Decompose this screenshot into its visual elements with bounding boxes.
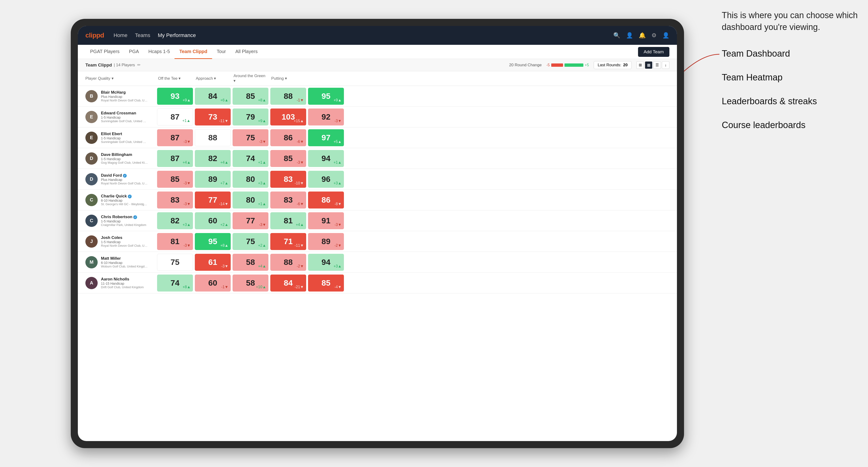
last-rounds-button[interactable]: Last Rounds: 20 bbox=[594, 61, 632, 69]
annotation-item-2: Team Heatmap bbox=[722, 71, 859, 84]
notification-icon[interactable]: 🔔 bbox=[639, 32, 646, 39]
score-value: 97 bbox=[321, 133, 331, 142]
table-row[interactable]: E Edward Crossman 1-5 Handicap Sunningda… bbox=[78, 106, 677, 127]
score-change: -2▼ bbox=[297, 264, 304, 269]
sub-nav-tour[interactable]: Tour bbox=[212, 45, 231, 59]
table-row[interactable]: B Blair McHarg Plus Handicap Royal North… bbox=[78, 86, 677, 106]
list-view-button[interactable]: ☰ bbox=[653, 61, 661, 69]
negative-bar bbox=[551, 63, 563, 67]
score-cell-approach: 80 +3▲ bbox=[232, 171, 269, 188]
table-row[interactable]: M Matt Miller 6-10 Handicap Woburn Golf … bbox=[78, 252, 677, 273]
score-change: +3▲ bbox=[334, 181, 342, 185]
score-cell-putting: 94 +3▲ bbox=[308, 254, 344, 271]
grid-view-button[interactable]: ⊞ bbox=[637, 61, 644, 69]
player-club: Craigmillar Park, United Kingdom bbox=[101, 223, 146, 227]
score-change: -3▼ bbox=[184, 181, 191, 185]
score-change: +3▲ bbox=[258, 181, 266, 185]
score-value: 103 bbox=[282, 112, 295, 121]
table-row[interactable]: C Charlie Quick✓ 6-10 Handicap St. Georg… bbox=[78, 190, 677, 210]
player-handicap: 6-10 Handicap bbox=[101, 261, 148, 264]
nav-bar: clippd Home Teams My Performance 🔍 👤 🔔 ⚙… bbox=[78, 26, 677, 45]
score-change: +6▲ bbox=[220, 98, 228, 102]
sub-nav-pgat[interactable]: PGAT Players bbox=[85, 45, 124, 59]
col-around-green[interactable]: Around the Green ▾ bbox=[231, 71, 269, 86]
player-details: Charlie Quick✓ 6-10 Handicap St. George'… bbox=[101, 194, 148, 206]
score-cell-approach: 77 -3▼ bbox=[232, 212, 269, 229]
table-row[interactable]: A Aaron Nicholls 11-15 Handicap Drift Go… bbox=[78, 273, 677, 293]
score-change: -3▼ bbox=[221, 264, 228, 269]
player-details: Dave Billingham 1-5 Handicap Gog Magog G… bbox=[101, 152, 148, 164]
nav-item-teams[interactable]: Teams bbox=[135, 32, 150, 38]
player-name: Dave Billingham bbox=[101, 152, 148, 157]
edit-team-icon[interactable]: ✏ bbox=[137, 63, 141, 67]
score-value: 89 bbox=[208, 175, 217, 184]
nav-items: Home Teams My Performance bbox=[114, 32, 613, 38]
player-name: Elliot Ebert bbox=[101, 132, 148, 136]
score-value: 84 bbox=[284, 278, 293, 287]
profile-icon[interactable]: 👤 bbox=[626, 32, 633, 39]
score-change: +4▲ bbox=[258, 264, 266, 269]
score-value: 86 bbox=[284, 133, 293, 142]
search-icon[interactable]: 🔍 bbox=[613, 32, 620, 39]
add-team-button[interactable]: Add Team bbox=[638, 47, 670, 57]
score-cell-putting: 92 -3▼ bbox=[308, 108, 344, 125]
table-row[interactable]: C Chris Robertson✓ 1-5 Handicap Craigmil… bbox=[78, 210, 677, 231]
heatmap-view-button[interactable]: ▦ bbox=[645, 61, 652, 69]
score-change: +10▲ bbox=[256, 285, 266, 289]
score-cell-putting: 89 -2▼ bbox=[308, 233, 344, 250]
score-cell-off_tee: 89 +7▲ bbox=[195, 171, 231, 188]
tablet-screen: clippd Home Teams My Performance 🔍 👤 🔔 ⚙… bbox=[78, 26, 677, 441]
col-off-tee[interactable]: Off the Tee ▾ bbox=[156, 71, 194, 86]
score-cell-putting: 86 -8▼ bbox=[308, 191, 344, 209]
team-name: Team Clippd bbox=[85, 63, 112, 68]
player-club: Royal North Devon Golf Club, United King… bbox=[101, 244, 148, 247]
score-change: -6▼ bbox=[297, 202, 304, 206]
verified-badge: ✓ bbox=[133, 215, 137, 219]
annotation-item-4: Course leaderboards bbox=[722, 119, 859, 131]
download-button[interactable]: ↓ bbox=[662, 61, 670, 69]
avatar: D bbox=[85, 173, 98, 185]
score-value: 83 bbox=[284, 175, 293, 184]
nav-item-home[interactable]: Home bbox=[114, 32, 127, 38]
score-change: +2▲ bbox=[220, 223, 228, 227]
score-change: +3▲ bbox=[183, 223, 191, 227]
score-value: 75 bbox=[170, 257, 180, 267]
score-cell-putting: 94 +1▲ bbox=[308, 150, 344, 167]
score-value: 80 bbox=[246, 175, 255, 184]
score-change: -4▼ bbox=[335, 285, 342, 289]
col-putting[interactable]: Putting ▾ bbox=[269, 71, 307, 86]
table-row[interactable]: E Elliot Ebert 1-5 Handicap Sunningdale … bbox=[78, 127, 677, 148]
score-value: 88 bbox=[284, 92, 293, 101]
score-change: -14▼ bbox=[219, 202, 228, 206]
score-change: +5▲ bbox=[334, 139, 342, 144]
score-cell-quality: 87 +1▲ bbox=[157, 108, 193, 125]
settings-icon[interactable]: ⚙ bbox=[651, 32, 657, 39]
user-avatar-icon[interactable]: 👤 bbox=[662, 32, 670, 39]
annotation-intro: This is where you can choose which dashb… bbox=[722, 9, 859, 33]
bar-neg-label: -5 bbox=[546, 63, 550, 67]
sub-nav-hcaps[interactable]: Hcaps 1-5 bbox=[144, 45, 175, 59]
score-value: 87 bbox=[170, 154, 180, 163]
player-handicap: 11-15 Handicap bbox=[101, 282, 144, 285]
score-cell-off_tee: 73 -11▼ bbox=[195, 108, 231, 125]
score-value: 86 bbox=[321, 195, 331, 205]
col-player-quality[interactable]: Player Quality ▾ bbox=[85, 71, 156, 86]
player-details: David Ford✓ Plus Handicap Royal North De… bbox=[101, 173, 148, 185]
sub-nav-all-players[interactable]: All Players bbox=[231, 45, 262, 59]
sub-nav-team-clippd[interactable]: Team Clippd bbox=[175, 45, 212, 59]
score-change: +4▲ bbox=[220, 160, 228, 165]
score-cell-approach: 79 +9▲ bbox=[232, 108, 269, 125]
table-row[interactable]: J Josh Coles 1-5 Handicap Royal North De… bbox=[78, 231, 677, 252]
sub-nav-pga[interactable]: PGA bbox=[124, 45, 144, 59]
score-cell-approach: 75 +2▲ bbox=[232, 233, 269, 250]
table-row[interactable]: D Dave Billingham 1-5 Handicap Gog Magog… bbox=[78, 148, 677, 169]
score-value: 95 bbox=[321, 92, 331, 101]
annotation-item-3: Leaderboards & streaks bbox=[722, 95, 859, 107]
col-approach[interactable]: Approach ▾ bbox=[194, 71, 231, 86]
score-cell-approach: 58 +10▲ bbox=[232, 275, 269, 291]
table-row[interactable]: D David Ford✓ Plus Handicap Royal North … bbox=[78, 169, 677, 190]
nav-item-my-performance[interactable]: My Performance bbox=[158, 32, 196, 38]
score-cell-off_tee: 60 -1▼ bbox=[195, 275, 231, 291]
score-change: -3▼ bbox=[259, 223, 266, 227]
score-value: 71 bbox=[284, 237, 293, 246]
